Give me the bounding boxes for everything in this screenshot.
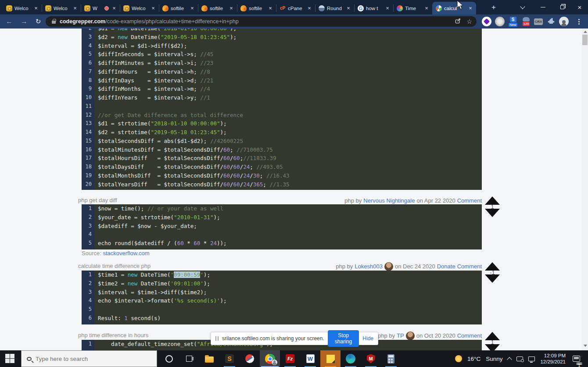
taskbar-app-sublime[interactable]: S — [219, 350, 240, 367]
tab-title: cPane — [288, 6, 304, 11]
browser-menu-button[interactable] — [574, 17, 584, 26]
scroll-down-arrow-icon[interactable] — [584, 345, 587, 347]
taskbar-app-explorer[interactable] — [199, 350, 219, 367]
tab-close-icon[interactable]: × — [345, 5, 351, 11]
address-bar[interactable]: codegrepper.com /code-examples/php/calcu… — [46, 16, 477, 27]
browser-tab[interactable]: Welco× — [3, 2, 42, 14]
code-token: //42600225 — [210, 138, 243, 144]
comment-link[interactable]: Comment — [457, 332, 482, 339]
cast-icon[interactable] — [516, 356, 523, 361]
meta-date: on Oct 20 2020 — [416, 332, 455, 339]
share-icon[interactable] — [455, 18, 461, 25]
taskbar-app-screenrec[interactable] — [240, 350, 260, 367]
source-link[interactable]: stackoverflow.com — [103, 250, 149, 257]
taskbar-app-edge[interactable] — [341, 350, 361, 367]
back-button[interactable]: ← — [4, 16, 15, 27]
answer-meta: php byTPon Oct 20 2020Comment — [378, 332, 482, 339]
weather-condition[interactable]: Sunny — [486, 356, 502, 362]
code-block[interactable]: 2$d1 = new DateTime("2018-01-10 00:00:00… — [82, 29, 482, 190]
profile-avatar[interactable] — [559, 17, 569, 26]
extension-grey-icon[interactable] — [495, 17, 505, 26]
taskbar-clock[interactable]: 12:09 PM 12/29/2021 — [540, 353, 566, 365]
browser-tab[interactable]: softile× — [237, 2, 276, 14]
code-block[interactable]: 1$time1 = new DateTime('09:00:59');2$tim… — [82, 271, 482, 324]
code-token: // or your date as well — [147, 205, 223, 212]
minimize-button[interactable] — [534, 0, 552, 14]
page-scrollbar[interactable] — [582, 29, 588, 350]
taskbar-app-chrome[interactable] — [260, 350, 280, 367]
tab-close-icon[interactable]: × — [72, 5, 78, 11]
taskbar-search[interactable] — [21, 350, 157, 367]
taskbar-app-cortana[interactable] — [159, 350, 179, 367]
browser-tab[interactable]: Round× — [315, 2, 354, 14]
network-icon[interactable] — [528, 356, 535, 361]
puzzle-icon — [548, 18, 555, 25]
tab-close-icon[interactable]: × — [33, 5, 39, 11]
browser-tab[interactable]: Welco× — [42, 2, 81, 14]
code-token: ); — [220, 120, 226, 127]
browser-tab[interactable]: calcul× — [432, 2, 476, 14]
code-token: "2019-05-18 01:23:45" — [161, 34, 230, 40]
code-text: $datediff = $now - $your_date; — [94, 222, 197, 231]
tab-close-icon[interactable]: × — [423, 5, 430, 11]
new-tab-button[interactable]: + — [488, 2, 499, 13]
code-token: ; — [260, 172, 266, 179]
scrollbar-thumb[interactable] — [582, 35, 588, 45]
author-link[interactable]: Lokesh003 — [355, 263, 383, 270]
tab-close-icon[interactable]: × — [111, 5, 117, 11]
browser-tab[interactable]: Welco× — [120, 2, 159, 14]
extension-s-icon[interactable]: S New — [508, 17, 518, 26]
extensions-menu-button[interactable] — [546, 17, 556, 26]
tab-close-icon[interactable]: × — [228, 5, 234, 11]
extension-crx-icon[interactable]: CRX — [534, 17, 543, 26]
comment-link[interactable]: Comment — [457, 263, 482, 270]
browser-tab[interactable]: softile× — [159, 2, 198, 14]
weather-temperature[interactable]: 16°C — [467, 356, 480, 362]
comment-link[interactable]: Comment — [457, 197, 482, 204]
tab-close-icon[interactable]: × — [189, 5, 195, 11]
author-link[interactable]: TP — [397, 332, 404, 339]
browser-tab[interactable]: W× — [81, 2, 120, 14]
scroll-up-arrow-icon[interactable] — [584, 31, 587, 33]
gold-favicon — [84, 5, 90, 11]
browser-tab[interactable]: softile× — [198, 2, 237, 14]
taskbar-app-stickynotes[interactable] — [320, 350, 341, 367]
stop-sharing-button[interactable]: Stop sharing — [328, 330, 359, 347]
extension-cloud-icon[interactable]: 129 — [521, 17, 531, 26]
taskbar-app-calculator[interactable] — [381, 350, 401, 367]
tab-close-icon[interactable]: × — [306, 5, 312, 11]
code-token: //23 — [200, 60, 213, 66]
taskbar-app-mcafee[interactable]: M — [361, 350, 381, 367]
reload-button[interactable]: ↻ — [32, 16, 44, 27]
action-center-icon[interactable]: 1 — [573, 356, 580, 362]
google-favicon: G — [358, 5, 364, 11]
window-close-button[interactable]: × — [570, 0, 588, 14]
tab-close-icon[interactable]: × — [467, 5, 473, 11]
tab-close-icon[interactable]: × — [150, 5, 156, 11]
browser-tab[interactable]: cPcPane× — [276, 2, 315, 14]
hidden-icons-chevron[interactable] — [507, 357, 512, 362]
donate-link[interactable]: Donate — [437, 263, 455, 270]
line-number: 4 — [82, 230, 94, 239]
browser-tab[interactable]: Ghow t× — [354, 2, 393, 14]
tab-search-button[interactable] — [513, 0, 532, 14]
start-button[interactable] — [5, 354, 15, 363]
extension-purple-icon[interactable] — [482, 17, 491, 26]
tab-close-icon[interactable]: × — [384, 5, 391, 11]
browser-tab[interactable]: Time× — [393, 2, 432, 14]
author-link[interactable]: Nervous Nightingale — [363, 197, 415, 204]
code-token: $d1 = strtotime( — [98, 120, 151, 127]
search-input[interactable] — [36, 356, 136, 362]
taskbar-app-filezilla[interactable]: Fz — [280, 350, 300, 367]
hide-link[interactable]: Hide — [362, 335, 373, 342]
bookmark-star-icon[interactable]: ☆ — [466, 18, 472, 25]
code-block[interactable]: 1$now = time(); // or your date as well2… — [82, 204, 482, 249]
taskbar-app-taskview[interactable] — [179, 350, 199, 367]
forward-button[interactable]: → — [18, 16, 30, 27]
author-avatar[interactable] — [406, 331, 415, 340]
author-avatar[interactable] — [384, 262, 393, 271]
restore-button[interactable] — [553, 0, 571, 14]
flame-favicon — [240, 5, 247, 11]
taskbar-app-word[interactable]: W — [300, 350, 320, 367]
tab-close-icon[interactable]: × — [267, 5, 273, 11]
